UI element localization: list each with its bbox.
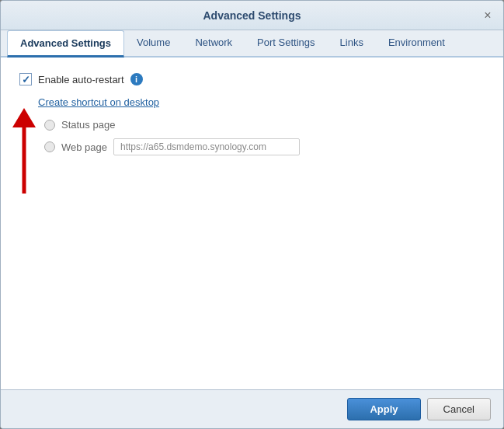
dialog-title: Advanced Settings [203,9,301,22]
create-shortcut-row: Create shortcut on desktop [19,96,485,108]
web-page-row: Web page [44,138,485,155]
web-page-radio[interactable] [44,141,55,152]
shortcut-options-group: Status page Web page [19,119,485,155]
web-page-url-input[interactable] [113,138,300,155]
close-button[interactable]: × [480,8,495,23]
footer: Apply Cancel [1,389,503,428]
advanced-settings-dialog: Advanced Settings × Advanced Settings Vo… [0,0,504,429]
status-page-label: Status page [61,119,115,131]
auto-restart-checkbox[interactable] [19,73,32,85]
auto-restart-row: Enable auto-restart i [19,73,485,85]
auto-restart-info-icon[interactable]: i [130,73,143,85]
auto-restart-checkbox-container: Enable auto-restart i [19,73,143,85]
tab-environment[interactable]: Environment [376,30,457,58]
tabs-bar: Advanced Settings Volume Network Port Se… [1,30,503,58]
tab-advanced-settings[interactable]: Advanced Settings [7,30,124,58]
tab-network[interactable]: Network [182,30,245,58]
tab-port-settings[interactable]: Port Settings [245,30,327,58]
status-page-row: Status page [44,119,485,131]
status-page-radio[interactable] [44,120,55,131]
tab-volume[interactable]: Volume [124,30,182,58]
auto-restart-label: Enable auto-restart [38,74,124,85]
content-area: Enable auto-restart i Create shortcut on… [1,58,503,389]
tab-links[interactable]: Links [328,30,376,58]
title-bar: Advanced Settings × [1,1,503,30]
apply-button[interactable]: Apply [347,398,420,420]
cancel-button[interactable]: Cancel [427,398,491,420]
create-shortcut-link[interactable]: Create shortcut on desktop [38,96,159,108]
web-page-label: Web page [61,141,107,153]
